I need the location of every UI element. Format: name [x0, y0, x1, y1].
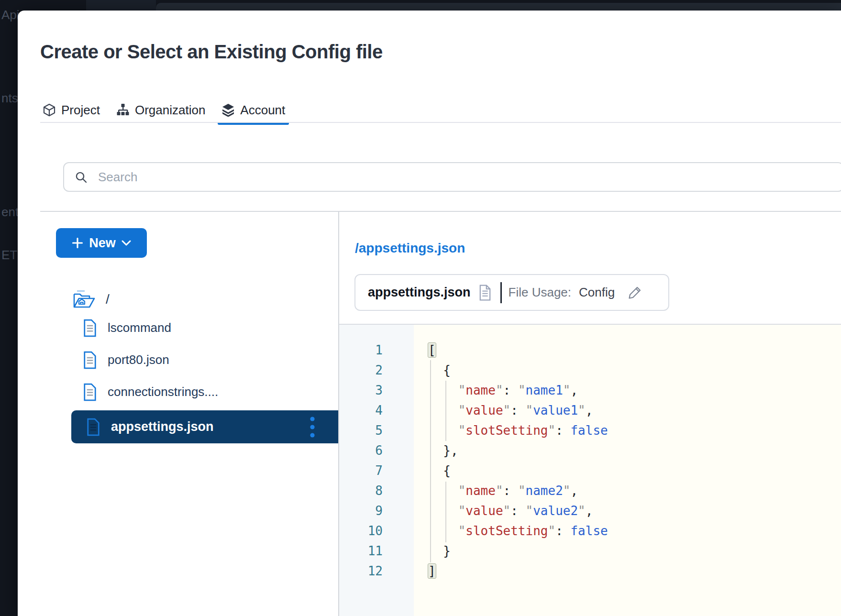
line-number: 1: [339, 340, 383, 360]
open-folder-home-icon: [73, 290, 95, 309]
code-line: "slotSetting": false: [428, 420, 841, 440]
line-number: 12: [339, 561, 383, 581]
background-text-fragment: nts: [1, 91, 18, 106]
search-input[interactable]: [97, 169, 841, 185]
document-icon: [478, 285, 492, 301]
code-line: {: [428, 461, 841, 481]
search-divider: [40, 211, 841, 212]
file-usage-label: File Usage:: [509, 285, 572, 300]
code-line: "slotSetting": false: [428, 521, 841, 541]
background-panel: [156, 3, 841, 11]
tab-account[interactable]: Account: [218, 97, 289, 123]
search-icon: [75, 171, 88, 184]
line-number: 3: [339, 380, 383, 400]
tab-label: Organization: [135, 103, 205, 118]
file-name: connectionstrings....: [108, 385, 218, 399]
line-number: 4: [339, 400, 383, 420]
chip-separator: [500, 282, 502, 303]
code-line: "value": "value2",: [428, 501, 841, 521]
line-number: 10: [339, 521, 383, 541]
chip-filename: appsettings.json: [368, 285, 471, 300]
search-bar: [63, 162, 841, 192]
pencil-icon: [627, 285, 642, 300]
sitemap-icon: [116, 103, 130, 117]
root-folder-label: /: [106, 292, 110, 307]
tab-organization[interactable]: Organization: [112, 97, 209, 123]
editor-content: [ { "name": "name1", "value": "value1", …: [414, 325, 841, 616]
tree-item[interactable]: connectionstrings....: [71, 376, 338, 408]
indent-guide: [445, 482, 446, 542]
file-icon: [83, 383, 97, 401]
tree-item-selected[interactable]: appsettings.json: [71, 410, 338, 443]
dialog-title: Create or Select an Existing Config file: [40, 41, 383, 63]
line-number: 5: [339, 420, 383, 440]
new-button-label: New: [89, 236, 116, 251]
file-path-title: /appsettings.json: [355, 241, 465, 256]
code-line: ]: [428, 561, 841, 581]
indent-guide: [445, 381, 446, 441]
code-editor[interactable]: 123456789101112 [ { "name": "name1", "va…: [339, 325, 841, 616]
config-file-dialog: Create or Select an Existing Config file…: [18, 11, 841, 616]
editor-gutter: 123456789101112: [339, 325, 414, 616]
tree-item[interactable]: lscommand: [71, 312, 338, 344]
line-number: 8: [339, 481, 383, 501]
file-name: lscommand: [108, 320, 171, 335]
line-number: 9: [339, 501, 383, 521]
plus-icon: [72, 237, 83, 249]
new-button[interactable]: New: [56, 228, 147, 258]
line-number: 6: [339, 440, 383, 461]
screen: ApintsentsET Create or Select an Existin…: [0, 0, 841, 616]
tree-root-folder[interactable]: /: [71, 287, 338, 312]
background-text-fragment: ET: [1, 248, 17, 263]
tab-project[interactable]: Project: [39, 97, 104, 123]
code-line: },: [428, 440, 841, 461]
code-line: [: [428, 340, 841, 360]
kebab-menu-icon: [310, 416, 315, 438]
tab-label: Project: [61, 103, 100, 118]
background-panel-tab: [86, 0, 156, 11]
file-icon: [83, 319, 97, 337]
code-line: {: [428, 360, 841, 380]
cube-icon: [43, 103, 56, 117]
tab-label: Account: [240, 103, 285, 118]
background-text-fragment: Api: [1, 8, 20, 22]
line-number: 11: [339, 541, 383, 561]
line-number: 2: [339, 360, 383, 380]
file-icon: [86, 418, 100, 436]
code-line: "name": "name1",: [428, 380, 841, 400]
layers-icon: [221, 103, 235, 117]
scope-tabs: Project Organization Account: [39, 97, 289, 123]
file-icon: [83, 351, 97, 369]
indent-guide: [430, 360, 431, 562]
code-line: "name": "name2",: [428, 481, 841, 501]
code-line: "value": "value1",: [428, 400, 841, 420]
line-number: 7: [339, 461, 383, 481]
code-line: }: [428, 541, 841, 561]
tree-item[interactable]: port80.json: [71, 344, 338, 376]
tabs-bottom-border: [40, 122, 841, 123]
file-tree: / lscommand port80.json connectionstring…: [71, 287, 338, 443]
file-usage-chip: appsettings.json File Usage: Config: [354, 274, 669, 311]
item-menu-button[interactable]: [310, 416, 315, 438]
edit-usage-button[interactable]: [627, 285, 642, 300]
file-usage-value: Config: [579, 285, 615, 300]
chevron-down-icon: [122, 240, 131, 246]
file-name: appsettings.json: [111, 419, 214, 434]
file-name: port80.json: [108, 352, 169, 367]
